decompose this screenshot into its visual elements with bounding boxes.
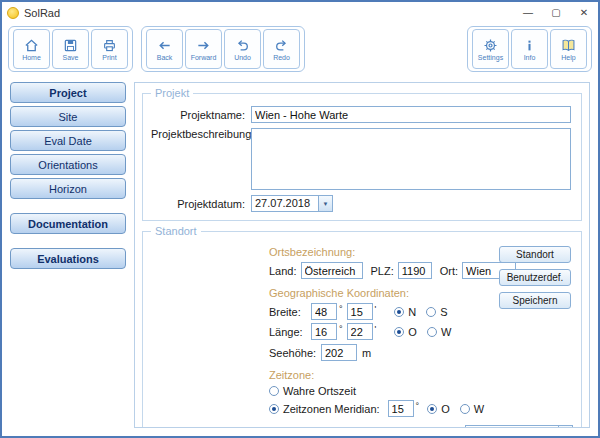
laenge-row: Länge: ° ' O W [269, 323, 573, 340]
breite-min-input[interactable] [347, 303, 373, 320]
undo-button-label: Undo [234, 54, 251, 61]
meridian-input[interactable] [388, 400, 414, 417]
print-button[interactable]: Print [91, 29, 128, 69]
sidebar-item-evaluations[interactable]: Evaluations [10, 248, 126, 269]
sidebar: Project Site Eval Date Orientations Hori… [10, 82, 134, 428]
laenge-grad-input[interactable] [311, 323, 337, 340]
land-input[interactable] [301, 262, 363, 279]
radio-zeitzonen-meridian-label: Zeitzonen Meridian: [283, 403, 380, 415]
grad-symbol: ° [416, 401, 420, 411]
projektname-input[interactable] [251, 106, 571, 123]
truebung-row: Trübungsfaktor (Linke): 4.5 ▼ [269, 425, 573, 428]
sidebar-item-eval-date[interactable]: Eval Date [10, 130, 126, 151]
projektbeschreibung-row: Projektbeschreibung: [151, 128, 573, 190]
grad-symbol: ° [339, 304, 343, 314]
projektbeschreibung-textarea[interactable] [251, 128, 571, 190]
help-book-icon [561, 38, 576, 53]
projekt-group-title: Projekt [151, 87, 193, 99]
gear-icon [483, 38, 498, 53]
radio-nord-circle [394, 307, 404, 317]
radio-zeitzonen-meridian[interactable]: Zeitzonen Meridian: [269, 403, 380, 415]
radio-west-label: W [441, 326, 451, 338]
sidebar-item-site[interactable]: Site [10, 106, 126, 127]
sidebar-item-documentation[interactable]: Documentation [10, 213, 126, 234]
content-area: Project Site Eval Date Orientations Hori… [2, 76, 598, 436]
close-button[interactable]: ✕ [570, 2, 598, 23]
app-window: SolRad — ▢ ✕ Home Save [0, 0, 600, 438]
projektdatum-label: Projektdatum: [151, 198, 251, 210]
standort-side-buttons: Standort Benutzerdef. Speichern [499, 246, 571, 309]
zeitzone-title: Zeitzone: [269, 369, 573, 381]
projektdatum-row: Projektdatum: 27.07.2018 ▼ [151, 195, 573, 212]
sidebar-item-horizon[interactable]: Horizon [10, 178, 126, 199]
chevron-down-icon: ▼ [558, 426, 572, 428]
maximize-button[interactable]: ▢ [542, 2, 570, 23]
standort-groupbox: Standort Standort Benutzerdef. Speichern… [142, 231, 582, 428]
radio-wahre-ortszeit[interactable]: Wahre Ortszeit [269, 385, 356, 397]
settings-button[interactable]: Settings [472, 29, 509, 69]
redo-button[interactable]: Redo [263, 29, 300, 69]
radio-meridian-ost-label: O [441, 403, 450, 415]
info-button[interactable]: Info [511, 29, 548, 69]
grad-symbol: ° [339, 324, 343, 334]
forward-arrow-icon [196, 38, 211, 53]
settings-button-label: Settings [478, 54, 503, 61]
radio-nord[interactable]: N [394, 306, 416, 318]
app-sun-icon [7, 7, 19, 19]
breite-label: Breite: [269, 306, 311, 318]
minimize-button[interactable]: — [514, 2, 542, 23]
plz-label: PLZ: [371, 265, 398, 277]
info-icon [522, 38, 537, 53]
truebung-select[interactable]: 4.5 ▼ [465, 425, 573, 428]
projektname-label: Projektname: [151, 109, 251, 121]
title-bar: SolRad — ▢ ✕ [2, 2, 598, 23]
minuten-symbol: ' [375, 304, 377, 314]
toolbar-group-nav: Back Forward Undo Redo [141, 26, 305, 72]
radio-ost-label: O [408, 326, 417, 338]
meridian-row: Zeitzonen Meridian: ° O W [269, 400, 573, 417]
breite-grad-input[interactable] [311, 303, 337, 320]
truebung-value: 4.5 [466, 426, 558, 428]
projektdatum-select[interactable]: 27.07.2018 ▼ [251, 195, 333, 212]
main-panel: Projekt Projektname: Projektbeschreibung… [134, 82, 590, 428]
radio-meridian-west[interactable]: W [460, 403, 484, 415]
print-button-label: Print [102, 54, 116, 61]
home-icon [24, 38, 39, 53]
help-button-label: Help [561, 54, 575, 61]
benutzerdef-button[interactable]: Benutzerdef. [499, 269, 571, 286]
wahre-ortszeit-row: Wahre Ortszeit [269, 385, 573, 397]
projekt-groupbox: Projekt Projektname: Projektbeschreibung… [142, 93, 582, 221]
radio-west[interactable]: W [427, 326, 451, 338]
minuten-symbol: ' [375, 324, 377, 334]
back-button[interactable]: Back [146, 29, 183, 69]
laenge-label: Länge: [269, 326, 311, 338]
help-button[interactable]: Help [550, 29, 587, 69]
forward-button-label: Forward [191, 54, 217, 61]
radio-sued-label: S [440, 306, 447, 318]
radio-ost-circle [394, 327, 404, 337]
seehoehe-row: Seehöhe: m [269, 344, 573, 361]
seehoehe-input[interactable] [321, 344, 357, 361]
standort-button[interactable]: Standort [499, 246, 571, 263]
radio-meridian-ost[interactable]: O [427, 403, 450, 415]
plz-input[interactable] [398, 262, 432, 279]
toolbar-group-file: Home Save Print [8, 26, 133, 72]
laenge-min-input[interactable] [347, 323, 373, 340]
radio-meridian-west-label: W [474, 403, 484, 415]
window-title: SolRad [24, 7, 514, 19]
sidebar-item-orientations[interactable]: Orientations [10, 154, 126, 175]
redo-icon [274, 38, 289, 53]
standort-body: Standort Benutzerdef. Speichern Ortsbeze… [269, 246, 573, 428]
save-button[interactable]: Save [52, 29, 89, 69]
projektbeschreibung-label: Projektbeschreibung: [151, 128, 251, 140]
sidebar-item-project[interactable]: Project [10, 82, 126, 103]
back-arrow-icon [157, 38, 172, 53]
home-button[interactable]: Home [13, 29, 50, 69]
undo-button[interactable]: Undo [224, 29, 261, 69]
radio-ost[interactable]: O [394, 326, 417, 338]
speichern-button[interactable]: Speichern [499, 292, 571, 309]
seehoehe-unit: m [362, 347, 375, 359]
ort-label: Ort: [440, 265, 462, 277]
radio-sued[interactable]: S [426, 306, 447, 318]
forward-button[interactable]: Forward [185, 29, 222, 69]
